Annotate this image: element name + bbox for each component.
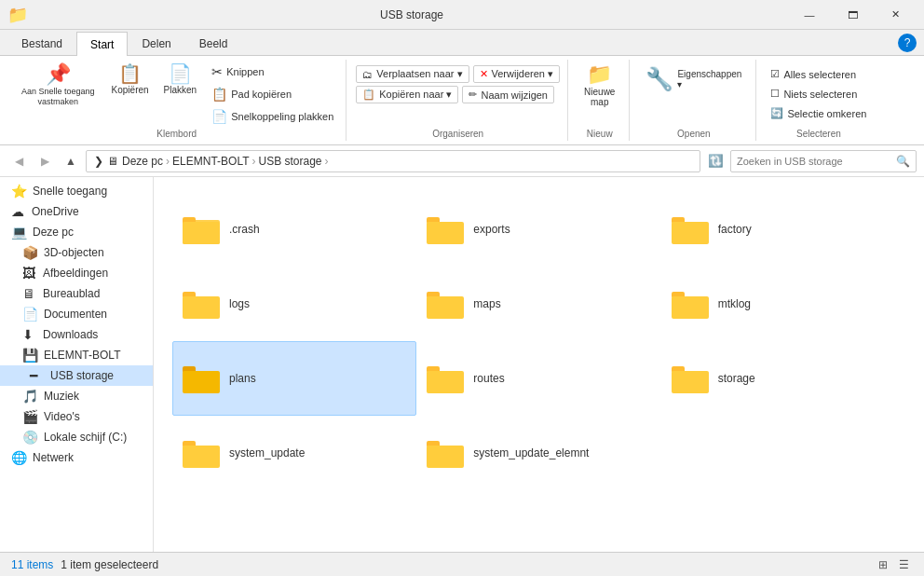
music-icon: 🎵 [22, 389, 38, 404]
organise-row2: 📋 Kopiëren naar ▾ ✏ Naam wijzigen [356, 86, 554, 103]
folder-icon-logs [183, 289, 220, 319]
organise-content: 🗂 Verplaatsen naar ▾ ✕ Verwijderen ▾ 📋 K… [356, 62, 560, 127]
search-box[interactable]: 🔍 [730, 150, 917, 172]
select-all-icon: ☑ [770, 68, 780, 80]
svg-rect-5 [427, 222, 464, 244]
tab-start[interactable]: Start [76, 32, 128, 56]
paste-shortcut-button[interactable]: 📄 Snelkoppeling plakken [207, 106, 338, 127]
new-label: Nieuw [578, 127, 621, 139]
minimize-button[interactable]: — [788, 0, 831, 30]
back-button[interactable]: ◀ [7, 150, 30, 172]
open-content: 🔧 Eigenschappen ▾ [639, 62, 748, 127]
properties-icon: 🔧 [645, 68, 673, 90]
select-content: ☑ Alles selecteren ☐ Niets selecteren 🔄 … [766, 62, 871, 127]
tab-bestand[interactable]: Bestand [7, 31, 76, 55]
folder-mtklog[interactable]: mtklog [661, 267, 905, 341]
search-input[interactable] [737, 156, 892, 167]
maximize-button[interactable]: 🗖 [831, 0, 874, 30]
move-to-button[interactable]: 🗂 Verplaatsen naar ▾ [356, 65, 469, 83]
folder-icon-storage [672, 363, 709, 393]
svg-rect-11 [427, 296, 464, 319]
window-title: USB storage [35, 8, 788, 21]
folder-name-plans: plans [229, 372, 256, 385]
sidebar-item-documenten[interactable]: 📄 Documenten [0, 304, 153, 324]
invert-selection-button[interactable]: 🔄 Selectie omkeren [766, 104, 871, 122]
clipboard-label: Klembord [15, 127, 338, 139]
folder-exports[interactable]: exports [416, 192, 660, 267]
address-path[interactable]: ❯ 🖥 Deze pc › ELEMNT-BOLT › USB storage … [86, 150, 700, 172]
tab-beeld[interactable]: Beeld [185, 31, 242, 55]
properties-button[interactable]: 🔧 Eigenschappen ▾ [639, 65, 748, 93]
folder-icon-crash [183, 214, 220, 244]
up-button[interactable]: ▲ [60, 150, 82, 172]
open-label: Openen [639, 127, 748, 139]
delete-icon: ✕ [480, 68, 488, 80]
close-button[interactable]: ✕ [874, 0, 917, 30]
folder-system-update-elemnt[interactable]: system_update_elemnt [416, 416, 660, 490]
select-all-button[interactable]: ☑ Alles selecteren [766, 65, 861, 83]
usb-icon: ━ [30, 368, 45, 383]
sidebar-item-bureaublad[interactable]: 🖥 Bureaublad [0, 283, 153, 304]
sidebar-item-usb-storage[interactable]: ━ USB storage [0, 365, 153, 386]
help-button[interactable]: ? [898, 34, 917, 52]
paste-button[interactable]: 📄 Plakken [157, 62, 204, 98]
folder-icon-factory [672, 214, 709, 244]
folder-routes[interactable]: routes [416, 341, 660, 416]
sidebar-item-afbeeldingen[interactable]: 🖼 Afbeeldingen [0, 263, 153, 283]
pin-button[interactable]: 📌 Aan Snelle toegangvastmaken [15, 62, 102, 110]
sidebar-item-downloads[interactable]: ⬇ Downloads [0, 324, 153, 345]
select-none-button[interactable]: ☐ Niets selecteren [766, 85, 862, 103]
copy-path-button[interactable]: 📋 Pad kopiëren [207, 84, 338, 104]
folder-name-mtklog: mtklog [718, 297, 751, 310]
folder-logs[interactable]: logs [172, 267, 416, 341]
folder-icon-plans [183, 363, 220, 393]
item-count: 11 items [11, 558, 53, 571]
folder-name-factory: factory [718, 223, 752, 236]
organise-label: Organiseren [356, 127, 560, 139]
sidebar-item-elemnt-bolt[interactable]: 💾 ELEMNT-BOLT [0, 345, 153, 365]
folder-name-exports: exports [473, 223, 510, 236]
invert-icon: 🔄 [770, 107, 783, 119]
folder-crash[interactable]: .crash [172, 192, 416, 267]
folder-factory[interactable]: factory [661, 192, 905, 267]
cut-copy-group: ✂ Knippen 📋 Pad kopiëren 📄 Snelkoppeling… [207, 62, 338, 127]
sidebar-item-lokale-schijf[interactable]: 💿 Lokale schijf (C:) [0, 427, 153, 447]
network-icon: 🌐 [11, 450, 27, 465]
sidebar-item-quick-access[interactable]: ⭐ Snelle toegang [0, 181, 153, 201]
copy-button[interactable]: 📋 Kopiëren [105, 62, 156, 98]
pin-icon: 📌 [46, 64, 71, 85]
details-view-button[interactable]: ⊞ [874, 555, 892, 574]
sidebar-item-videos[interactable]: 🎬 Video's [0, 406, 153, 427]
rename-button[interactable]: ✏ Naam wijzigen [462, 86, 554, 103]
select-group: ☑ Alles selecteren ☐ Niets selecteren 🔄 … [758, 60, 878, 141]
forward-button[interactable]: ▶ [34, 150, 56, 172]
refresh-button[interactable]: 🔃 [704, 150, 727, 172]
copy-to-button[interactable]: 📋 Kopiëren naar ▾ [356, 86, 458, 103]
svg-rect-23 [427, 446, 464, 468]
sidebar-item-3d-objecten[interactable]: 📦 3D-objecten [0, 242, 153, 263]
sidebar-item-muziek[interactable]: 🎵 Muziek [0, 386, 153, 406]
folder-maps[interactable]: maps [416, 267, 660, 341]
new-folder-button[interactable]: 📁 Nieuwemap [578, 62, 621, 110]
elemnt-bolt-icon: 💾 [22, 348, 38, 363]
folder-name-maps: maps [473, 297, 500, 310]
path-home-icon: 🖥 [107, 155, 118, 168]
move-icon: 🗂 [362, 69, 373, 80]
tab-delen[interactable]: Delen [128, 31, 184, 55]
list-view-button[interactable]: ☰ [894, 555, 913, 574]
svg-rect-21 [183, 446, 220, 468]
sidebar-item-onedrive[interactable]: ☁ OneDrive [0, 201, 153, 222]
folder-storage[interactable]: storage [661, 341, 905, 416]
video-icon: 🎬 [22, 409, 38, 424]
cut-button[interactable]: ✂ Knippen [207, 62, 338, 82]
folder-plans[interactable]: plans [172, 341, 416, 416]
sidebar-item-netwerk[interactable]: 🌐 Netwerk [0, 447, 153, 468]
main-content: ⭐ Snelle toegang ☁ OneDrive 💻 Deze pc 📦 … [0, 177, 924, 552]
select-none-icon: ☐ [770, 88, 780, 100]
delete-button[interactable]: ✕ Verwijderen ▾ [473, 65, 561, 83]
folder-name-storage: storage [718, 372, 755, 385]
svg-rect-13 [672, 296, 709, 319]
folder-system-update[interactable]: system_update [172, 416, 416, 490]
folder-name-logs: logs [229, 297, 250, 310]
sidebar-item-deze-pc[interactable]: 💻 Deze pc [0, 222, 153, 242]
